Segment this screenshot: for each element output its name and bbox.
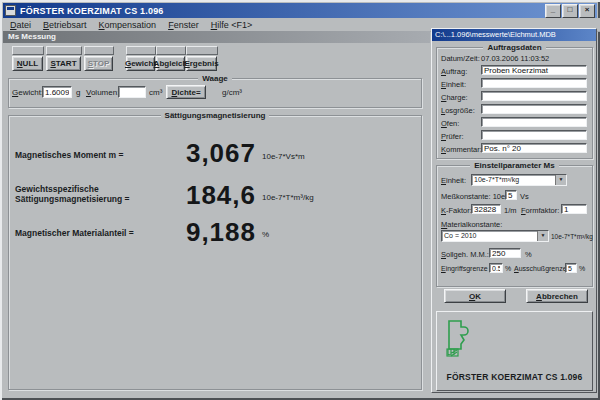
waage-group-title: Waage [9, 74, 421, 83]
materialanteil-value: 9,188 [148, 217, 256, 248]
kfaktor-label: K-Faktor: [441, 206, 472, 215]
indicator [156, 46, 186, 55]
messkonstante-unit: Vs [520, 192, 529, 201]
volumen-label: Volumen: [86, 88, 119, 97]
titlebar[interactable]: FÖRSTER KOERZIMAT CS 1.096 _ □ × [3, 3, 597, 18]
abgleich-button[interactable]: Abgleich [156, 56, 185, 71]
indicator [12, 46, 44, 55]
gewicht-unit: g [76, 88, 80, 97]
materialkonstante-unit: 10e-7*T*m³/kg [551, 233, 593, 240]
minimize-icon[interactable]: _ [545, 4, 561, 18]
kommentar-label: Kommentar: [441, 145, 482, 154]
dichte-button[interactable]: Dichte= [166, 85, 206, 99]
sollgeh-input[interactable] [489, 248, 521, 258]
volumen-input[interactable] [118, 86, 146, 98]
branding-panel: FÖRSTER KOERZIMAT CS 1.096 [436, 311, 593, 391]
start-button[interactable]: START [46, 56, 81, 71]
db-window: C:\...1.096\messwerte\Eichmut.MDB Auftra… [431, 28, 597, 393]
datum-label: Datum/Zeit: [441, 54, 480, 63]
materialkonstante-combobox[interactable]: Co = 2010 ▼ [441, 230, 549, 242]
volumen-unit: cm³ [149, 88, 162, 97]
charge-label: Charge: [441, 93, 468, 102]
einstellparameter-group: Einstellparameter Ms Einheit: 10e-7*T*m³… [436, 165, 593, 287]
losgroesse-input[interactable] [481, 104, 587, 114]
formfaktor-input[interactable] [561, 204, 587, 214]
materialanteil-label: Magnetischer Materialanteil = [15, 228, 134, 238]
losgroesse-label: Losgröße: [441, 106, 475, 115]
auftragsdaten-group: Auftragsdaten Datum/Zeit: 07.03.2006 11:… [436, 47, 593, 159]
einheit-param-label: Einheit: [441, 176, 466, 185]
sollgeh-label: Sollgeh. M.M.: [441, 250, 489, 259]
ms-window-titlebar[interactable]: Ms Messung [3, 31, 430, 43]
einheit-label: Einheit: [441, 80, 466, 89]
eingriffgrenze-unit: % [505, 265, 511, 272]
menu-datei[interactable]: Datei [10, 20, 31, 30]
saettigung-group-title: Sättigungsmagnetisierung [9, 111, 421, 120]
maximize-icon[interactable]: □ [562, 4, 578, 18]
eingriffgrenze-input[interactable] [489, 263, 503, 273]
cancel-button[interactable]: Abbrechen [526, 289, 588, 303]
einheit-combobox-value: 10e-7*T*m³/kg [472, 175, 555, 185]
pruefer-input[interactable] [481, 130, 587, 140]
null-button[interactable]: NULL [12, 56, 43, 71]
indicator [84, 46, 114, 55]
kfaktor-unit: 1/m [504, 206, 517, 215]
gewicht-button[interactable]: Gewicht [126, 56, 155, 71]
charge-input[interactable] [481, 91, 587, 101]
koerzimat-part-icon [445, 319, 473, 357]
eingriffgrenze-label: Eingriffsgrenze [441, 265, 488, 272]
moment-value: 3,067 [148, 138, 256, 169]
auftrag-input[interactable] [481, 65, 587, 75]
app-window: FÖRSTER KOERZIMAT CS 1.096 _ □ × Datei B… [0, 0, 600, 400]
messkonstante-label: Meßkonstante: 10e- [441, 192, 508, 201]
ausschussgrenze-label: Ausschußgrenze [514, 265, 567, 272]
chevron-down-icon[interactable]: ▼ [537, 231, 548, 241]
menu-fenster[interactable]: Fenster [168, 20, 199, 30]
sollgeh-unit: % [525, 250, 532, 259]
ergebnis-button[interactable]: Ergebnis [186, 56, 217, 71]
window-title: FÖRSTER KOERZIMAT CS 1.096 [20, 6, 544, 16]
menu-betriebsart[interactable]: Betriebsart [43, 20, 87, 30]
indicator [46, 46, 82, 55]
indicator [186, 46, 218, 55]
messkonstante-input[interactable] [505, 190, 517, 200]
db-window-title: C:\...1.096\messwerte\Eichmut.MDB [435, 30, 556, 39]
materialkonstante-combobox-value: Co = 2010 [442, 231, 537, 241]
gewicht-input[interactable] [42, 86, 72, 98]
close-icon[interactable]: × [579, 4, 595, 18]
moment-label: Magnetisches Moment m = [15, 150, 123, 160]
ofen-input[interactable] [481, 117, 587, 127]
chevron-down-icon[interactable]: ▼ [555, 175, 566, 185]
moment-unit: 10e-7*Vs*m [262, 152, 305, 161]
einheit-input[interactable] [481, 78, 587, 88]
materialanteil-unit: % [262, 230, 269, 239]
menu-kompensation[interactable]: Kompensation [99, 20, 157, 30]
auftrag-label: Auftrag: [441, 67, 467, 76]
app-icon [5, 5, 16, 16]
einheit-combobox[interactable]: 10e-7*T*m³/kg ▼ [471, 174, 567, 186]
materialkonstante-label: Materialkonstante: [441, 220, 502, 229]
saettigung-unit: 10e-7*T*m³/kg [262, 193, 314, 202]
gewicht-label: Gewicht: [12, 88, 43, 97]
kommentar-input[interactable] [481, 143, 587, 153]
ausschussgrenze-input[interactable] [565, 263, 577, 273]
formfaktor-label: Formfaktor: [521, 206, 559, 215]
kfaktor-input[interactable] [471, 204, 501, 214]
saettigung-value: 184,6 [148, 180, 256, 211]
db-window-titlebar[interactable]: C:\...1.096\messwerte\Eichmut.MDB [432, 29, 596, 41]
indicator [126, 46, 156, 55]
einstellparameter-title: Einstellparameter Ms [437, 161, 592, 170]
stop-button: STOP [84, 56, 113, 71]
ausschussgrenze-unit: % [579, 265, 585, 272]
ok-button[interactable]: OK [444, 289, 506, 303]
auftragsdaten-title: Auftragsdaten [437, 43, 592, 52]
saettigung-label: Gewichtsspezifische Sättigungsmagnetisie… [15, 184, 130, 204]
datum-value: 07.03.2006 11:03:52 [481, 54, 549, 63]
ms-window-title: Ms Messung [8, 32, 56, 41]
ofen-label: Ofen: [441, 119, 459, 128]
dichte-unit: g/cm³ [222, 88, 242, 97]
branding-label: FÖRSTER KOERZIMAT CS 1.096 [437, 372, 592, 382]
pruefer-label: Prüfer: [441, 132, 464, 141]
menu-hilfe[interactable]: Hilfe <F1> [211, 20, 253, 30]
